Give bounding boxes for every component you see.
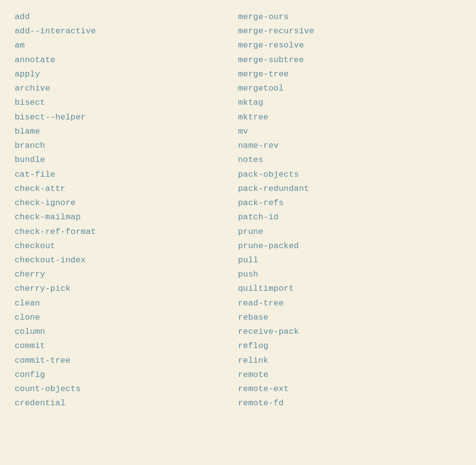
- command-item: remote-ext: [238, 382, 461, 396]
- command-item: name-rev: [238, 139, 461, 153]
- command-item: apply: [15, 67, 238, 81]
- command-item: clean: [15, 296, 238, 310]
- command-item: mergetool: [238, 81, 461, 95]
- command-item: archive: [15, 81, 238, 95]
- command-item: push: [238, 267, 461, 281]
- command-item: blame: [15, 124, 238, 139]
- command-item: receive-pack: [238, 325, 461, 339]
- command-item: merge-subtree: [238, 53, 461, 67]
- command-item: remote-fd: [238, 396, 461, 410]
- right-column: merge-oursmerge-recursivemerge-resolveme…: [238, 10, 461, 411]
- command-item: pack-redundant: [238, 182, 461, 196]
- command-item: checkout-index: [15, 253, 238, 267]
- command-item: relink: [238, 353, 461, 368]
- command-item: bundle: [15, 153, 238, 167]
- command-item: pack-objects: [238, 167, 461, 182]
- command-item: config: [15, 368, 238, 382]
- command-item: add--interactive: [15, 24, 238, 38]
- command-item: prune-packed: [238, 239, 461, 253]
- command-item: bisect--helper: [15, 110, 238, 124]
- command-item: mktree: [238, 110, 461, 124]
- command-item: merge-recursive: [238, 24, 461, 38]
- command-item: check-attr: [15, 182, 238, 196]
- command-item: quiltimport: [238, 281, 461, 296]
- command-item: mktag: [238, 95, 461, 110]
- command-item: credential: [15, 396, 238, 410]
- left-column: addadd--interactiveamannotateapplyarchiv…: [15, 10, 238, 411]
- command-item: cherry: [15, 267, 238, 281]
- command-item: clone: [15, 310, 238, 325]
- command-item: notes: [238, 153, 461, 167]
- command-item: cherry-pick: [15, 281, 238, 296]
- command-item: rebase: [238, 310, 461, 325]
- command-item: prune: [238, 225, 461, 239]
- command-item: merge-tree: [238, 67, 461, 81]
- command-item: check-ref-format: [15, 225, 238, 239]
- command-item: pull: [238, 253, 461, 267]
- command-item: pack-refs: [238, 196, 461, 210]
- command-item: merge-ours: [238, 10, 461, 24]
- command-item: am: [15, 38, 238, 52]
- command-item: merge-resolve: [238, 38, 461, 52]
- command-item: count-objects: [15, 382, 238, 396]
- command-item: reflog: [238, 339, 461, 353]
- command-item: bisect: [15, 95, 238, 110]
- command-item: mv: [238, 124, 461, 139]
- command-item: cat-file: [15, 167, 238, 182]
- command-item: branch: [15, 139, 238, 153]
- command-item: checkout: [15, 239, 238, 253]
- command-item: commit: [15, 339, 238, 353]
- command-item: remote: [238, 368, 461, 382]
- command-item: patch-id: [238, 210, 461, 224]
- command-item: annotate: [15, 53, 238, 67]
- command-item: read-tree: [238, 296, 461, 310]
- command-item: check-mailmap: [15, 210, 238, 224]
- command-item: commit-tree: [15, 353, 238, 368]
- command-item: column: [15, 325, 238, 339]
- commands-grid: addadd--interactiveamannotateapplyarchiv…: [10, 5, 466, 416]
- command-item: check-ignore: [15, 196, 238, 210]
- command-item: add: [15, 10, 238, 24]
